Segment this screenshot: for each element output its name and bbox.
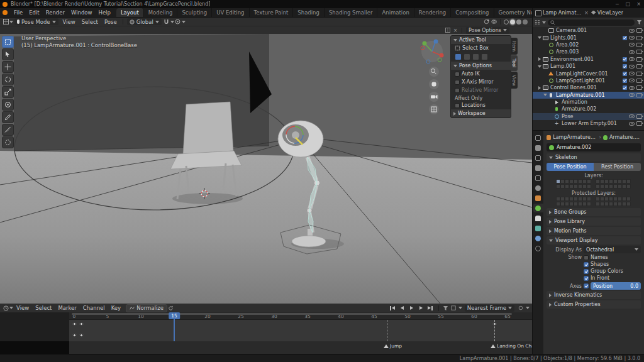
tool-settings-close-icon[interactable]: ×: [452, 27, 459, 34]
outliner-row-lights-collection[interactable]: Lights.001: [533, 34, 644, 41]
breadcrumb-object[interactable]: LampArmature.001: [553, 134, 597, 140]
outliner-editor-icon[interactable]: [535, 19, 540, 25]
collection-checkbox[interactable]: [623, 64, 627, 69]
outliner-row-lamplightcover[interactable]: LampLightCover.001: [533, 70, 644, 77]
workspace-tab-layout[interactable]: Layout: [116, 8, 144, 17]
hide-viewport-icon[interactable]: [629, 36, 635, 40]
menu-edit[interactable]: Edit: [26, 8, 42, 17]
play-button[interactable]: [408, 305, 416, 312]
blender-menu-icon[interactable]: [3, 10, 8, 15]
display-mode-icon[interactable]: [450, 305, 457, 312]
inverse-kinematics-section-header[interactable]: Inverse Kinematics: [547, 291, 641, 299]
refresh-icon[interactable]: [167, 305, 175, 312]
locations-checkbox[interactable]: [455, 103, 460, 108]
menu-file[interactable]: File: [11, 8, 26, 17]
shading-material-icon[interactable]: [516, 19, 521, 25]
filter-icon[interactable]: [443, 305, 448, 311]
tool-scale-button[interactable]: [2, 86, 14, 98]
overlays-toggle-icon[interactable]: [490, 18, 497, 25]
tool-select-box-button[interactable]: [2, 36, 14, 48]
disable-render-icon[interactable]: [636, 43, 642, 47]
filter-icon[interactable]: [636, 19, 642, 25]
tool-rotate-button[interactable]: [2, 74, 14, 85]
axes-position-slider[interactable]: Position0.0: [591, 282, 641, 290]
normalize-toggle[interactable]: Normalize: [126, 304, 167, 312]
transform-orientation-dropdown[interactable]: Global: [127, 18, 162, 25]
selectable-checkbox[interactable]: [623, 79, 627, 83]
auto-ik-checkbox[interactable]: [455, 72, 460, 77]
display-mode-dropdown[interactable]: [458, 307, 462, 309]
outliner-search-input[interactable]: [548, 19, 635, 26]
hide-viewport-icon[interactable]: [629, 79, 635, 82]
jump-to-end-button[interactable]: [426, 305, 435, 312]
show-names-checkbox[interactable]: [584, 255, 589, 260]
select-extend-option[interactable]: [464, 53, 470, 60]
collection-checkbox[interactable]: [623, 57, 627, 62]
outliner-row-area-002[interactable]: Area.002: [533, 41, 644, 48]
custom-properties-section-header[interactable]: Custom Properties: [547, 300, 641, 309]
marker-landing[interactable]: Landing On Cha: [491, 343, 532, 349]
show-group-colors-checkbox[interactable]: [584, 269, 589, 274]
viewport-menu-select[interactable]: Select: [79, 19, 101, 25]
outliner-row-lampspotlight[interactable]: LampSpotLight.001: [533, 77, 644, 84]
jump-to-start-button[interactable]: [389, 305, 397, 312]
minimize-button[interactable]: ─: [612, 1, 623, 7]
sidebar-tab-item[interactable]: Item: [511, 38, 518, 55]
sidebar-tab-tool[interactable]: Tool: [511, 55, 518, 71]
tab-output[interactable]: [533, 153, 543, 162]
scene-name[interactable]: Lamp Animation: [543, 10, 582, 16]
tab-object[interactable]: [533, 194, 543, 202]
playhead[interactable]: [174, 319, 175, 341]
datablock-name-field[interactable]: Armature.002: [547, 143, 641, 151]
hide-viewport-icon[interactable]: [629, 65, 635, 69]
tab-bone-constraint[interactable]: [533, 224, 543, 233]
tool-settings-grid-icon[interactable]: [444, 27, 452, 34]
next-keyframe-button[interactable]: [417, 305, 425, 312]
skeleton-section-header[interactable]: Skeleton: [547, 153, 641, 162]
workspace-tab-compositing[interactable]: Compositing: [451, 8, 494, 17]
workspace-tab-shading-smaller[interactable]: Shading Smaller: [325, 8, 378, 17]
workspace-tab-rendering[interactable]: Rendering: [414, 8, 451, 17]
collection-checkbox[interactable]: [623, 85, 627, 90]
outliner-row-area-003[interactable]: Area.003: [533, 48, 644, 55]
pose-position-button[interactable]: Pose Position: [547, 163, 594, 171]
outliner-row-environment-collection[interactable]: Environment.001: [533, 56, 644, 63]
dope-sheet-editor-icon[interactable]: [2, 305, 9, 312]
menu-help[interactable]: Help: [95, 8, 113, 17]
outliner-row-animation[interactable]: Animation: [533, 99, 644, 106]
outliner-editor-dropdown[interactable]: [542, 21, 546, 24]
tab-constraints[interactable]: [533, 244, 543, 253]
rest-position-button[interactable]: Rest Position: [594, 163, 641, 171]
shading-rendered-icon[interactable]: [523, 19, 528, 25]
select-subtract-option[interactable]: [472, 53, 479, 60]
snapping-dropdown[interactable]: Nearest Frame: [465, 305, 514, 312]
workspace-tab-shading[interactable]: Shading: [293, 8, 325, 17]
tool-tweak-button[interactable]: [2, 48, 14, 60]
current-frame-indicator[interactable]: 15: [169, 312, 180, 319]
tool-move-button[interactable]: [2, 61, 14, 73]
tool-measure-button[interactable]: [2, 124, 14, 136]
proportional-edit-timeline-icon[interactable]: [517, 305, 525, 312]
snap-magnet-icon[interactable]: [163, 18, 170, 25]
workspace-panel-header[interactable]: Workspace: [451, 109, 511, 118]
header-overflow-dropdown[interactable]: [526, 307, 530, 309]
maximize-button[interactable]: □: [623, 1, 633, 7]
disable-render-icon[interactable]: [636, 64, 642, 69]
keyframe-area[interactable]: [69, 320, 532, 341]
layers-grid[interactable]: [547, 179, 641, 189]
viewport-menu-pose[interactable]: Pose: [101, 19, 120, 25]
menu-window[interactable]: Window: [68, 8, 96, 17]
disable-render-icon[interactable]: [636, 50, 642, 54]
protected-layers-grid[interactable]: [547, 197, 641, 207]
outliner-row-lamparmature[interactable]: LampArmature.001: [533, 92, 644, 99]
workspace-tab-sculpting[interactable]: Sculpting: [177, 8, 212, 17]
hide-viewport-icon[interactable]: [629, 50, 635, 54]
tab-physics[interactable]: [533, 234, 543, 243]
select-set-option[interactable]: [455, 53, 462, 60]
tool-breakdowner-button[interactable]: [2, 136, 14, 148]
bone-groups-section-header[interactable]: Bone Groups: [547, 208, 641, 216]
disable-render-icon[interactable]: [636, 57, 642, 62]
sidebar-tab-view[interactable]: View: [511, 72, 518, 89]
tab-object-data[interactable]: [533, 204, 543, 212]
tool-transform-button[interactable]: [2, 99, 14, 111]
